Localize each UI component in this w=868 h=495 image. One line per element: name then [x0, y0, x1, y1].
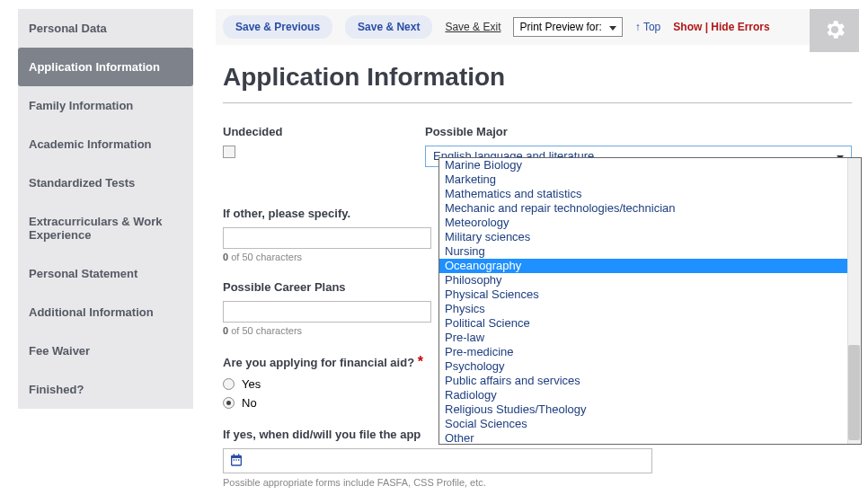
major-option[interactable]: Oceanography	[439, 259, 848, 273]
save-next-button[interactable]: Save & Next	[345, 15, 432, 39]
calendar-icon	[229, 453, 244, 470]
major-option[interactable]: Pre-medicine	[439, 345, 848, 359]
major-option[interactable]: Physical Sciences	[439, 287, 848, 302]
settings-button[interactable]	[810, 9, 859, 52]
sidebar-item-fee-waiver[interactable]: Fee Waiver	[18, 331, 193, 370]
undecided-label: Undecided	[223, 125, 425, 138]
print-preview-select[interactable]: Print Preview for:	[513, 17, 622, 37]
show-hide-errors-link[interactable]: Show | Hide Errors	[673, 21, 769, 33]
possible-major-dropdown-list: Marine BiologyMarketingMathematics and s…	[438, 157, 862, 445]
major-option[interactable]: Radiology	[439, 388, 848, 402]
major-option[interactable]: Religious Studies/Theology	[439, 402, 848, 417]
major-option[interactable]: Other	[439, 431, 848, 445]
major-option[interactable]: Physics	[439, 302, 848, 316]
other-specify-input[interactable]	[223, 227, 431, 249]
save-exit-link[interactable]: Save & Exit	[445, 21, 500, 33]
major-option[interactable]: Political Science	[439, 316, 848, 331]
save-previous-button[interactable]: Save & Previous	[223, 15, 332, 39]
fafsa-date-input[interactable]	[223, 448, 652, 473]
sidebar: Personal Data Application Information Fa…	[18, 9, 193, 409]
major-option[interactable]: Mechanic and repair technologies/technic…	[439, 201, 848, 216]
no-label: No	[242, 396, 257, 410]
financial-aid-no-radio[interactable]	[223, 397, 235, 409]
major-option[interactable]: Psychology	[439, 359, 848, 374]
sidebar-item-personal-data[interactable]: Personal Data	[18, 9, 193, 48]
major-option[interactable]: Social Sciences	[439, 417, 848, 431]
sidebar-item-family-information[interactable]: Family Information	[18, 86, 193, 125]
major-option[interactable]: Philosophy	[439, 273, 848, 287]
career-plans-input[interactable]	[223, 301, 431, 323]
major-option[interactable]: Marketing	[439, 172, 848, 187]
sidebar-item-standardized-tests[interactable]: Standardized Tests	[18, 164, 193, 202]
dropdown-scrollbar[interactable]	[847, 158, 861, 444]
top-link[interactable]: ↑ Top	[635, 21, 660, 33]
major-option[interactable]: Marine Biology	[439, 158, 848, 172]
fafsa-hint: Possible appropriate forms include FASFA…	[223, 477, 852, 488]
major-option[interactable]: Nursing	[439, 244, 848, 259]
gear-icon	[822, 17, 847, 45]
major-option[interactable]: Meteorology	[439, 216, 848, 230]
page-title: Application Information	[223, 59, 852, 103]
undecided-checkbox[interactable]	[223, 146, 235, 158]
major-option[interactable]: Public affairs and services	[439, 374, 848, 388]
sidebar-item-finished[interactable]: Finished?	[18, 370, 193, 409]
required-asterisk-icon: *	[418, 354, 423, 369]
financial-aid-yes-radio[interactable]	[223, 378, 235, 390]
sidebar-item-personal-statement[interactable]: Personal Statement	[18, 254, 193, 293]
sidebar-item-academic-information[interactable]: Academic Information	[18, 125, 193, 164]
possible-major-label: Possible Major	[425, 125, 852, 138]
sidebar-item-additional-information[interactable]: Additional Information	[18, 293, 193, 331]
sidebar-item-application-information[interactable]: Application Information	[18, 48, 193, 86]
major-option[interactable]: Pre-law	[439, 331, 848, 345]
yes-label: Yes	[242, 377, 261, 391]
topbar: Save & Previous Save & Next Save & Exit …	[216, 9, 859, 45]
sidebar-item-extracurriculars[interactable]: Extracurriculars & Work Experience	[18, 202, 193, 254]
major-option[interactable]: Military sciences	[439, 230, 848, 244]
dropdown-scroll-thumb[interactable]	[848, 345, 860, 440]
major-option[interactable]: Mathematics and statistics	[439, 187, 848, 201]
